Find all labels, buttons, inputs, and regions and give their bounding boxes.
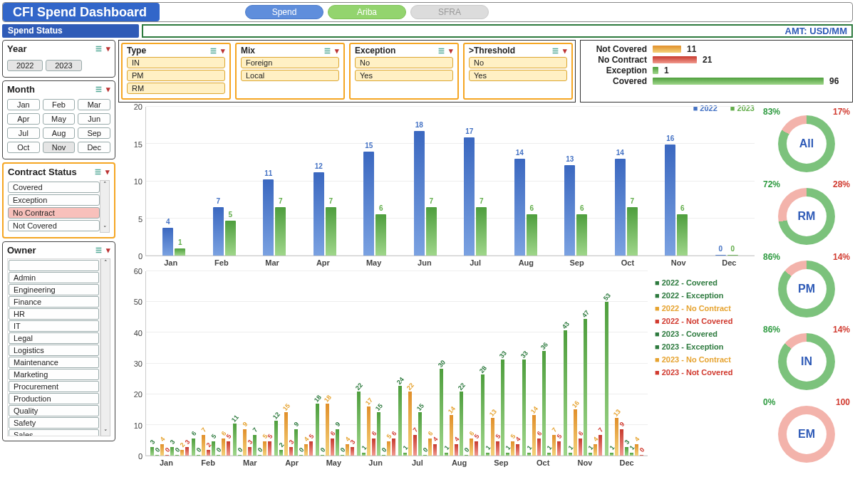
status-label: No Contract xyxy=(586,55,647,65)
clear-filter-icon[interactable] xyxy=(335,46,339,56)
bar: 5 xyxy=(475,441,478,456)
owner-procurement[interactable]: Procurement xyxy=(9,381,99,392)
bar: 43 xyxy=(564,330,567,456)
type-pm[interactable]: PM xyxy=(127,70,225,81)
legend-item: 2023 - No Contract xyxy=(655,355,752,364)
multiselect-icon[interactable] xyxy=(95,85,102,94)
bar: 18 xyxy=(414,131,425,256)
year-2022[interactable]: 2022 xyxy=(7,60,43,71)
mix-foreign[interactable]: Foreign xyxy=(241,57,339,68)
owner-admin[interactable]: Admin xyxy=(9,272,99,283)
bar: 15 xyxy=(363,152,374,256)
bar: 14 xyxy=(615,159,626,256)
donut-red-pct: 100 xyxy=(836,397,850,407)
type-rm[interactable]: RM xyxy=(127,83,225,94)
scrollbar[interactable]: ˄˅ xyxy=(100,180,110,233)
status-bar-chart: Not Covered 11No Contract 21Exception 1C… xyxy=(580,40,853,103)
slicer-mix-title: Mix xyxy=(241,46,255,56)
multiselect-icon[interactable] xyxy=(552,46,559,56)
month-feb[interactable]: Feb xyxy=(43,99,76,110)
clear-filter-icon[interactable] xyxy=(105,167,110,177)
bar: 2 xyxy=(207,450,210,456)
bar: 7 xyxy=(476,207,487,256)
clear-filter-icon[interactable] xyxy=(221,46,225,56)
bar: 11 xyxy=(233,424,237,456)
multiselect-icon[interactable] xyxy=(210,46,217,56)
bar: 9 xyxy=(243,429,247,456)
tab-ariba[interactable]: Ariba xyxy=(328,5,406,19)
bar: 0 xyxy=(341,455,344,456)
donut-panel: 83% 17% All72% 28% RM86% 14% PM86% 14% I… xyxy=(760,104,853,468)
scrollbar[interactable]: ˄˅ xyxy=(100,258,110,436)
clear-filter-icon[interactable] xyxy=(106,246,110,255)
bar: 7 xyxy=(202,435,205,456)
status-bar xyxy=(653,67,658,74)
month-oct[interactable]: Oct xyxy=(7,142,40,153)
contract-not-covered[interactable]: Not Covered xyxy=(8,220,100,231)
owner-logistics[interactable]: Logistics xyxy=(9,345,99,356)
multiselect-icon[interactable] xyxy=(438,46,445,56)
clear-filter-icon[interactable] xyxy=(106,44,110,53)
month-may[interactable]: May xyxy=(43,113,76,125)
bar: 1 xyxy=(486,453,489,456)
tab-spend[interactable]: Spend xyxy=(245,5,323,19)
month-aug[interactable]: Aug xyxy=(43,127,76,139)
year-2023[interactable]: 2023 xyxy=(46,60,81,71)
bar: 0 xyxy=(382,455,385,456)
clear-filter-icon[interactable] xyxy=(449,46,453,56)
bar: 15 xyxy=(284,412,288,456)
bar: 7 xyxy=(598,435,602,456)
month-jun[interactable]: Jun xyxy=(78,113,110,125)
bar: 12 xyxy=(274,421,278,456)
bar: 7 xyxy=(426,207,437,256)
bar: 0 xyxy=(197,455,200,456)
contract-no-contract[interactable]: No Contract xyxy=(8,207,100,219)
owner-finance[interactable]: Finance xyxy=(9,296,99,308)
tab-sfra[interactable]: SFRA xyxy=(410,5,489,19)
bar: 3 xyxy=(625,447,628,456)
exception-yes[interactable]: Yes xyxy=(355,70,453,81)
owner-quality[interactable]: Quality xyxy=(9,405,99,416)
month-nov[interactable]: Nov xyxy=(43,142,76,153)
owner-maintenance[interactable]: Maintenance xyxy=(9,357,99,368)
owner-production[interactable]: Production xyxy=(9,393,99,404)
month-dec[interactable]: Dec xyxy=(78,142,110,153)
contract-exception[interactable]: Exception xyxy=(8,194,100,206)
multiselect-icon[interactable] xyxy=(95,44,102,53)
type-in[interactable]: IN xyxy=(127,57,225,68)
donut-red-pct: 28% xyxy=(833,179,850,189)
clear-filter-icon[interactable] xyxy=(563,46,567,56)
owner-legal[interactable]: Legal xyxy=(9,332,99,344)
owner-it[interactable]: IT xyxy=(9,320,99,332)
status-value: 96 xyxy=(829,76,846,86)
bar: 1 xyxy=(403,453,407,456)
stacked-status-chart: 0102030405060 30403023607250651109370551… xyxy=(118,268,760,468)
mix-local[interactable]: Local xyxy=(241,70,339,81)
owner-engineering[interactable]: Engineering xyxy=(9,284,99,295)
clear-filter-icon[interactable] xyxy=(106,85,110,94)
multiselect-icon[interactable] xyxy=(95,167,101,177)
month-sep[interactable]: Sep xyxy=(78,127,110,139)
month-jan[interactable]: Jan xyxy=(7,99,40,110)
exception-no[interactable]: No xyxy=(355,57,453,68)
owner-marketing[interactable]: Marketing xyxy=(9,369,99,380)
owner-sales[interactable]: Sales xyxy=(9,429,99,436)
bar: 6 xyxy=(375,214,386,256)
multiselect-icon[interactable] xyxy=(324,46,331,56)
owner-hr[interactable]: HR xyxy=(9,308,99,320)
contract-covered[interactable]: Covered xyxy=(8,182,100,193)
month-jul[interactable]: Jul xyxy=(7,127,40,139)
month-mar[interactable]: Mar xyxy=(78,99,110,110)
threshold-no[interactable]: No xyxy=(469,57,567,68)
threshold-yes[interactable]: Yes xyxy=(469,70,567,81)
month-apr[interactable]: Apr xyxy=(7,113,40,125)
bar: 0 xyxy=(715,255,726,256)
owner-safety[interactable]: Safety xyxy=(9,417,99,429)
donut-red-pct: 17% xyxy=(833,107,850,117)
bar: 1 xyxy=(569,453,572,456)
multiselect-icon[interactable] xyxy=(95,246,102,255)
bar: 7 xyxy=(275,207,286,256)
section-title: Spend Status xyxy=(2,24,139,38)
bar: 16 xyxy=(665,145,675,256)
owner-blank[interactable] xyxy=(9,260,99,271)
